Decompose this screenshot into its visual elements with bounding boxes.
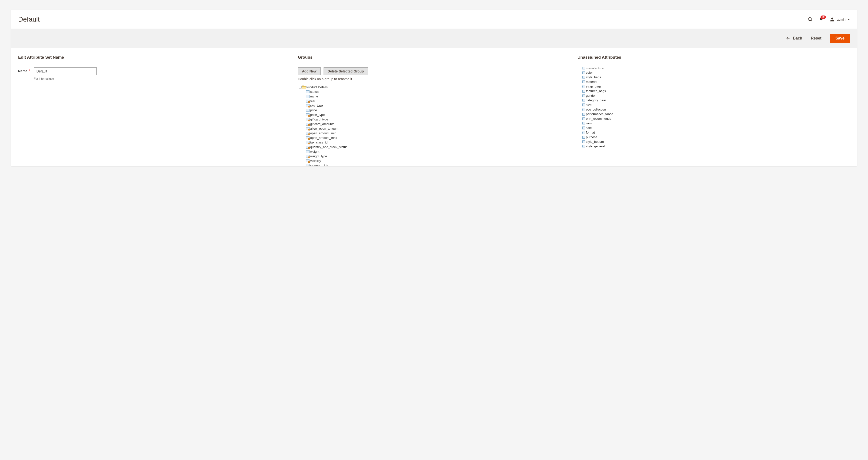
unassigned-items-container: colorstyle_bagsmaterialstrap_bagsfeature…	[578, 70, 846, 149]
attribute-icon	[582, 145, 585, 148]
unassigned-section-title: Unassigned Attributes	[578, 55, 850, 63]
tree-leaf[interactable]: open_amount_max	[306, 136, 567, 140]
attribute-icon	[306, 132, 310, 135]
tree-leaf[interactable]: sku	[306, 98, 567, 103]
tree-leaf[interactable]: giftcard_type	[306, 117, 567, 122]
attribute-icon	[306, 137, 310, 139]
tree-leaf[interactable]: giftcard_amounts	[306, 122, 567, 126]
attribute-icon	[582, 76, 585, 79]
tree-leaf[interactable]: weight	[306, 149, 567, 154]
attribute-label: quantity_and_stock_status	[310, 145, 347, 149]
svg-point-0	[808, 18, 811, 21]
svg-line-1	[811, 20, 812, 22]
scroll-thumb[interactable]	[847, 71, 849, 145]
required-star-icon: *	[29, 69, 30, 73]
attribute-icon	[582, 108, 585, 111]
attribute-icon	[582, 126, 585, 130]
add-new-button[interactable]: Add New	[298, 67, 321, 75]
unassigned-label: style_general	[586, 144, 604, 148]
unassigned-item[interactable]: style_bottom	[578, 139, 846, 144]
tree-leaf[interactable]: tax_class_id	[306, 140, 567, 145]
attribute-icon	[306, 155, 310, 158]
tree-leaf[interactable]: allow_open_amount	[306, 126, 567, 131]
scroll-up-icon[interactable]: ▲	[567, 85, 570, 88]
delete-selected-button[interactable]: Delete Selected Group	[323, 67, 368, 75]
tree-leaf[interactable]: sku_type	[306, 103, 567, 108]
arrow-left-icon	[786, 37, 790, 40]
attribute-icon	[306, 141, 310, 144]
unassigned-item[interactable]: strap_bags	[578, 84, 846, 89]
attribute-icon	[582, 90, 585, 93]
unassigned-item[interactable]: style_bags	[578, 75, 846, 80]
attribute-icon	[582, 71, 585, 74]
unassigned-label: gender	[586, 93, 595, 98]
unassigned-label: material	[586, 80, 597, 84]
unassigned-item[interactable]: material	[578, 80, 846, 84]
reset-button[interactable]: Reset	[811, 36, 822, 40]
unassigned-label: size	[586, 103, 591, 107]
name-label-wrap: Name *	[18, 67, 30, 73]
unassigned-label: performance_fabric	[586, 112, 613, 116]
groups-column: Groups Add New Delete Selected Group Dou…	[298, 55, 570, 166]
user-menu[interactable]: admin	[830, 17, 850, 22]
unassigned-item[interactable]: erin_recommends	[578, 116, 846, 121]
tree-leaf[interactable]: price	[306, 108, 567, 112]
group-buttons: Add New Delete Selected Group	[298, 67, 570, 75]
tree-leaf[interactable]: open_amount_min	[306, 131, 567, 136]
attribute-label: sku	[310, 99, 315, 103]
search-button[interactable]	[807, 17, 813, 22]
tree-leaf[interactable]: quantity_and_stock_status	[306, 145, 567, 149]
attribute-icon	[306, 113, 310, 116]
unassigned-item[interactable]: format	[578, 130, 846, 135]
scroll-down-icon[interactable]: ▼	[567, 163, 570, 166]
attribute-icon	[582, 99, 585, 102]
unassigned-item[interactable]: color	[578, 70, 846, 75]
unassigned-label: color	[586, 70, 593, 75]
unassigned-label: category_gear	[586, 98, 606, 102]
back-button[interactable]: Back	[786, 36, 802, 40]
user-icon	[830, 17, 835, 22]
attribute-label: price	[310, 108, 317, 112]
attribute-icon	[582, 131, 585, 134]
unassigned-item[interactable]: purpose	[578, 135, 846, 139]
unassigned-item[interactable]: style_general	[578, 144, 846, 149]
unassigned-item[interactable]: features_bags	[578, 89, 846, 93]
back-label: Back	[793, 36, 802, 40]
unassigned-item[interactable]: sale	[578, 125, 846, 130]
name-help-text: For internal use	[34, 77, 97, 81]
unassigned-label: style_bottom	[586, 140, 604, 144]
unassigned-item-partial[interactable]: manufacturer	[578, 67, 846, 70]
scroll-down-icon[interactable]: ▼	[847, 145, 850, 149]
save-button[interactable]: Save	[830, 34, 850, 43]
tree-leaf[interactable]: weight_type	[306, 154, 567, 159]
tree-leaf[interactable]: visibility	[306, 159, 567, 163]
attribute-icon	[306, 150, 310, 153]
page-header: Default 39 admin	[11, 10, 857, 29]
unassigned-item[interactable]: performance_fabric	[578, 112, 846, 116]
scroll-thumb[interactable]	[567, 88, 569, 117]
unassigned-item[interactable]: eco_collection	[578, 107, 846, 112]
tree-leaf[interactable]: price_type	[306, 112, 567, 117]
tree-group-product-details[interactable]: − Product Details	[299, 85, 567, 89]
tree-leaf[interactable]: status	[306, 89, 567, 94]
unassigned-item[interactable]: gender	[578, 93, 846, 98]
tree-leaf[interactable]: name	[306, 94, 567, 98]
attribute-icon	[582, 117, 585, 120]
unassigned-item[interactable]: category_gear	[578, 98, 846, 103]
name-form-row: Name * For internal use	[18, 67, 290, 81]
groups-scrollbar[interactable]: ▲ ▼	[567, 85, 570, 166]
unassigned-item[interactable]: size	[578, 103, 846, 107]
unassigned-item[interactable]: new	[578, 121, 846, 125]
attribute-label: category_ids	[310, 163, 328, 166]
unassigned-scrollbar[interactable]: ▲ ▼	[846, 67, 850, 149]
notifications-button[interactable]: 39	[819, 17, 824, 22]
unassigned-label: strap_bags	[586, 84, 601, 88]
collapse-icon[interactable]: −	[299, 86, 302, 88]
attribute-label: sku_type	[310, 104, 323, 108]
scroll-up-icon[interactable]: ▲	[847, 67, 850, 71]
name-input[interactable]	[34, 67, 97, 75]
tree-root: − Product Details statusnameskusku_typep…	[298, 85, 567, 166]
groups-hint: Double click on a group to rename it.	[298, 77, 570, 81]
tree-leaf[interactable]: category_ids	[306, 163, 567, 166]
attribute-icon	[306, 104, 310, 107]
